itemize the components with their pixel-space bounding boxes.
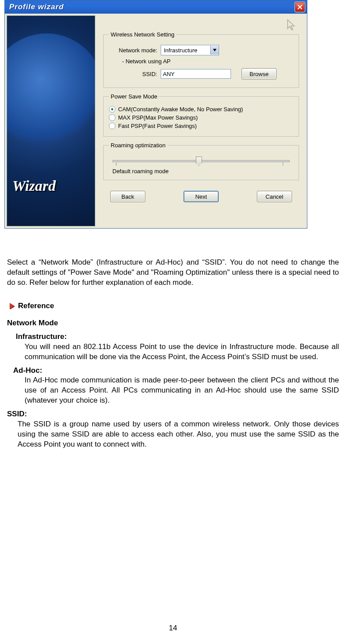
network-mode-value: Infrastructure: [161, 47, 210, 54]
infrastructure-definition: Infrastructure: You will need an 802.11b…: [7, 332, 339, 362]
radio-icon: [109, 106, 115, 113]
ssid-label: SSID:: [109, 71, 161, 77]
roaming-slider[interactable]: [112, 156, 290, 166]
globe-graphic: [7, 33, 95, 148]
roaming-group: Roaming optimization Default roaming mod…: [103, 142, 299, 180]
wizard-side-panel: Wizard: [7, 15, 95, 226]
next-button[interactable]: Next: [184, 191, 219, 202]
roaming-mode-label: Default roaming mode: [112, 168, 293, 175]
page-number: 14: [0, 624, 346, 633]
wireless-legend: Wireless Network Setting: [109, 31, 176, 38]
power-option-cam[interactable]: CAM(Constantly Awake Mode, No Power Savi…: [109, 106, 293, 113]
window-title: Profile wizard: [9, 3, 64, 11]
power-save-legend: Power Save Mode: [109, 93, 159, 100]
browse-button[interactable]: Browse: [241, 68, 277, 80]
chevron-down-icon: [213, 49, 216, 51]
wireless-network-group: Wireless Network Setting Network mode: I…: [103, 31, 299, 88]
cursor-icon: [284, 18, 299, 34]
infra-term: Infrastructure:: [16, 332, 67, 341]
cancel-button[interactable]: Cancel: [257, 191, 292, 202]
adhoc-body: In Ad-Hoc mode communication is made pee…: [25, 375, 339, 406]
close-button[interactable]: [295, 2, 305, 12]
wizard-nav-buttons: Back Next Cancel: [103, 186, 299, 207]
wizard-main-panel: Wireless Network Setting Network mode: I…: [97, 15, 305, 226]
back-button[interactable]: Back: [110, 191, 145, 202]
reference-heading-row: Reference: [10, 301, 339, 311]
ssid-definition: SSID: The SSID is a group name used by u…: [7, 409, 339, 450]
power-option-label: Fast PSP(Fast Power Savings): [118, 123, 197, 129]
wizard-brand-text: Wizard: [12, 178, 56, 194]
adhoc-term: Ad-Hoc:: [13, 366, 42, 375]
network-mode-label: Network mode:: [109, 47, 161, 54]
slider-thumb[interactable]: [196, 156, 202, 166]
power-option-maxpsp[interactable]: MAX PSP(Max Power Savings): [109, 114, 293, 121]
ssid-body: The SSID is a group name used by users o…: [18, 419, 339, 450]
article-body: Select a “Network Mode” (Infrastructure …: [7, 258, 339, 453]
window-body: Wizard Wireless Network Setting Network …: [5, 14, 307, 228]
network-mode-heading: Network Mode: [7, 318, 339, 328]
radio-icon: [109, 114, 115, 121]
power-option-label: MAX PSP(Max Power Savings): [118, 114, 198, 121]
dropdown-button[interactable]: [210, 46, 219, 55]
intro-paragraph: Select a “Network Mode” (Infrastructure …: [7, 258, 339, 288]
ssid-term: SSID:: [7, 410, 27, 418]
roaming-legend: Roaming optimization: [109, 142, 167, 149]
infra-body: You will need an 802.11b Access Point to…: [25, 342, 339, 362]
radio-icon: [109, 123, 115, 129]
titlebar: Profile wizard: [5, 0, 307, 14]
profile-wizard-window: Profile wizard Wizard Wireless Netw: [4, 0, 307, 229]
document-page: Profile wizard Wizard Wireless Netw: [0, 0, 346, 644]
ssid-input[interactable]: [161, 69, 231, 79]
power-save-group: Power Save Mode CAM(Constantly Awake Mod…: [103, 93, 299, 137]
network-using-ap-note: - Network using AP: [122, 58, 293, 65]
power-option-fastpsp[interactable]: Fast PSP(Fast Power Savings): [109, 123, 293, 129]
reference-heading: Reference: [18, 301, 54, 311]
network-mode-dropdown[interactable]: Infrastructure: [161, 45, 219, 55]
power-option-label: CAM(Constantly Awake Mode, No Power Savi…: [118, 106, 243, 113]
close-icon: [297, 4, 303, 10]
adhoc-definition: Ad-Hoc: In Ad-Hoc mode communication is …: [7, 366, 339, 406]
arrow-icon: [10, 303, 14, 309]
